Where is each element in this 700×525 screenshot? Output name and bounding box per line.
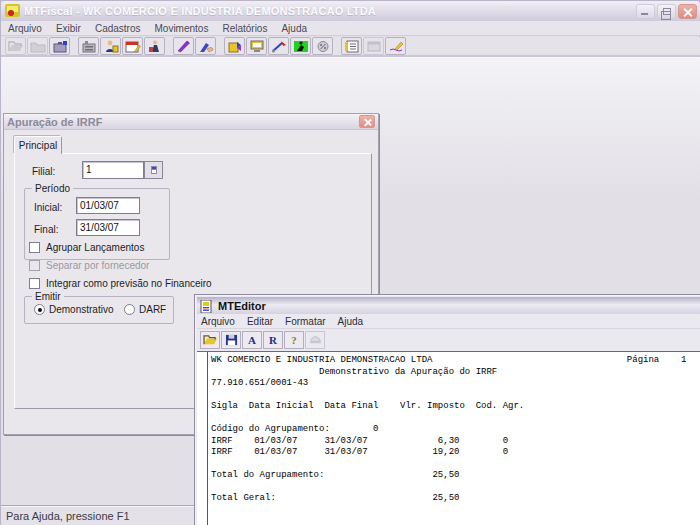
filial-lookup-button[interactable] — [144, 161, 163, 179]
close-icon — [679, 5, 696, 18]
font-a-glyph: A — [248, 334, 256, 346]
mteditor-window: MTEditor Arquivo Editar Formatar Ajuda A… — [194, 294, 700, 525]
editor-document[interactable]: WK COMERCIO E INDUSTRIA DEMONSTRACAO LTD… — [197, 351, 700, 525]
inicial-label: Inicial: — [34, 202, 62, 213]
main-titlebar[interactable]: MTFiscal - WK COMERCIO E INDUSTRIA DEMON… — [1, 1, 700, 21]
desktop: MTFiscal - WK COMERCIO E INDUSTRIA DEMON… — [0, 0, 700, 525]
window-icon[interactable] — [363, 37, 384, 55]
restore-icon — [663, 8, 671, 15]
calendar-edit-icon[interactable] — [122, 37, 143, 55]
menu-movimentos[interactable]: Movimentos — [148, 22, 216, 35]
filial-label: Filial: — [32, 166, 55, 177]
final-input[interactable]: 31/03/07 — [76, 219, 140, 236]
mteditor-menubar: Arquivo Editar Formatar Ajuda — [197, 314, 700, 329]
ruler-r-glyph: R — [269, 334, 277, 346]
menu-relatorios[interactable]: Relatórios — [215, 22, 274, 35]
building-icon[interactable] — [78, 37, 99, 55]
closed-folder-icon[interactable] — [27, 37, 48, 55]
menu-arquivo[interactable]: Arquivo — [1, 22, 49, 35]
mteditor-icon — [200, 299, 214, 312]
editor-menu-formatar[interactable]: Formatar — [281, 315, 334, 328]
emitir-label: Emitir — [32, 291, 64, 302]
periodo-label: Período — [32, 183, 73, 194]
close-button[interactable] — [678, 4, 697, 19]
pencil-icon[interactable] — [173, 37, 194, 55]
toolbar-group-edit — [173, 37, 216, 55]
toolbar-group-cadastros — [78, 37, 165, 55]
editor-print-icon[interactable] — [305, 331, 325, 349]
book-sync-icon[interactable] — [224, 37, 245, 55]
dart-icon[interactable] — [268, 37, 289, 55]
editor-menu-editar[interactable]: Editar — [243, 315, 281, 328]
open-folder-icon[interactable] — [5, 37, 26, 55]
runner-icon[interactable] — [290, 37, 311, 55]
toolbar-group-process — [224, 37, 333, 55]
coin-icon[interactable] — [312, 37, 333, 55]
integrar-label: Integrar como previsão no Financeiro — [46, 278, 212, 289]
irrf-dialog-close-icon[interactable] — [359, 115, 375, 128]
editor-open-icon[interactable] — [200, 331, 220, 349]
editor-ruler-button[interactable]: R — [263, 331, 283, 349]
separar-label: Separar por fornecedor — [46, 260, 149, 271]
darf-radio[interactable] — [124, 304, 135, 315]
editor-save-icon[interactable] — [221, 331, 241, 349]
separar-checkbox — [29, 260, 40, 271]
status-text: Para Ajuda, pressione F1 — [6, 510, 130, 522]
final-label: Final: — [34, 224, 58, 235]
mteditor-toolbar: A R ? — [197, 329, 700, 350]
menu-exibir[interactable]: Exibir — [49, 22, 88, 35]
darf-label: DARF — [139, 304, 166, 315]
filial-input[interactable]: 1 — [82, 161, 144, 179]
agrupar-label: Agrupar Lançamentos — [46, 242, 144, 253]
integrar-checkbox[interactable] — [29, 278, 40, 289]
minimize-icon — [641, 13, 648, 15]
mteditor-titlebar[interactable]: MTEditor — [197, 297, 700, 314]
computer-disk-icon[interactable] — [246, 37, 267, 55]
main-menubar: Arquivo Exibir Cadastros Movimentos Rela… — [1, 21, 700, 36]
report-text: WK COMERCIO E INDUSTRIA DEMONSTRACAO LTD… — [211, 355, 686, 505]
person-icon[interactable] — [100, 37, 121, 55]
app-icon — [5, 4, 20, 18]
notebook-icon[interactable] — [341, 37, 362, 55]
editor-menu-arquivo[interactable]: Arquivo — [197, 315, 243, 328]
toolbar-group-file — [5, 37, 70, 55]
window-title: MTFiscal - WK COMERCIO E INDUSTRIA DEMON… — [24, 5, 636, 17]
menu-ajuda[interactable]: Ajuda — [274, 22, 314, 35]
mteditor-title: MTEditor — [218, 300, 266, 312]
restore-button[interactable] — [657, 4, 676, 19]
toolbar-group-reports — [341, 37, 406, 55]
page-margin-line — [207, 352, 208, 525]
irrf-dialog-title: Apuração de IRRF — [7, 116, 359, 128]
main-toolbar — [1, 37, 700, 57]
lookup-icon — [149, 165, 159, 175]
editor-menu-ajuda[interactable]: Ajuda — [334, 315, 372, 328]
irrf-dialog-titlebar[interactable]: Apuração de IRRF — [4, 114, 378, 130]
tab-principal-label: Principal — [19, 140, 57, 151]
tab-principal[interactable]: Principal — [14, 136, 62, 154]
inicial-input[interactable]: 01/03/07 — [76, 197, 140, 214]
editor-font-button[interactable]: A — [242, 331, 262, 349]
demonstrativo-radio[interactable] — [34, 304, 45, 315]
agrupar-checkbox[interactable] — [29, 242, 40, 253]
editor-help-button[interactable]: ? — [284, 331, 304, 349]
briefcase-icon[interactable] — [49, 37, 70, 55]
person-walking-icon[interactable] — [144, 37, 165, 55]
help-glyph: ? — [291, 334, 297, 346]
hand-writing-icon[interactable] — [195, 37, 216, 55]
menu-cadastros[interactable]: Cadastros — [88, 22, 148, 35]
demonstrativo-label: Demonstrativo — [49, 304, 113, 315]
minimize-button[interactable] — [636, 4, 655, 19]
signature-icon[interactable] — [385, 37, 406, 55]
